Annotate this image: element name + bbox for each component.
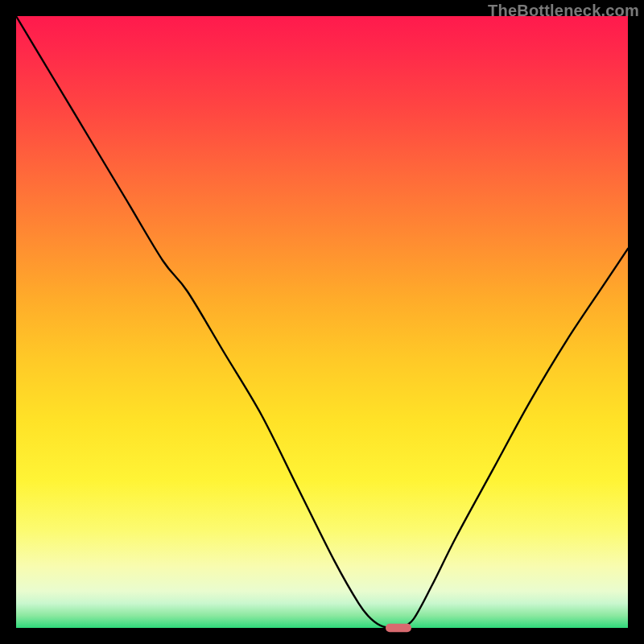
chart-frame: TheBottleneck.com xyxy=(0,0,644,644)
bottleneck-curve xyxy=(16,16,628,629)
watermark-text: TheBottleneck.com xyxy=(488,2,639,20)
chart-overlay xyxy=(16,16,628,628)
optimum-marker xyxy=(386,624,411,633)
